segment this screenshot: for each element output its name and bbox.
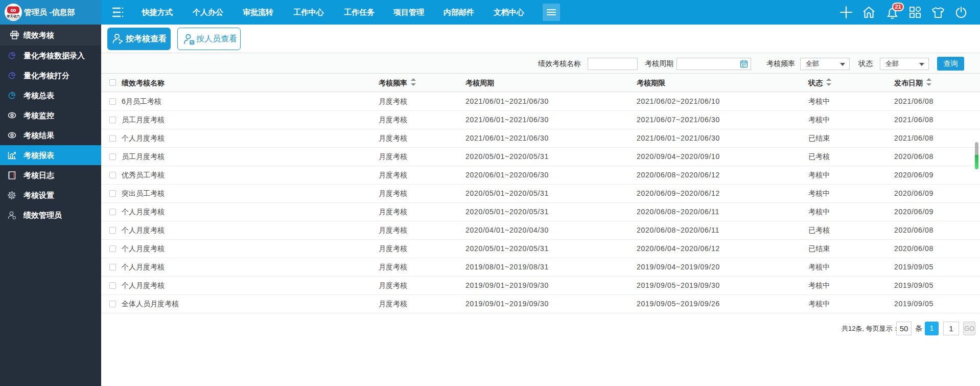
svg-text:∞: ∞ xyxy=(10,6,16,14)
svg-text:OA SYSTEM: OA SYSTEM xyxy=(7,18,19,20)
